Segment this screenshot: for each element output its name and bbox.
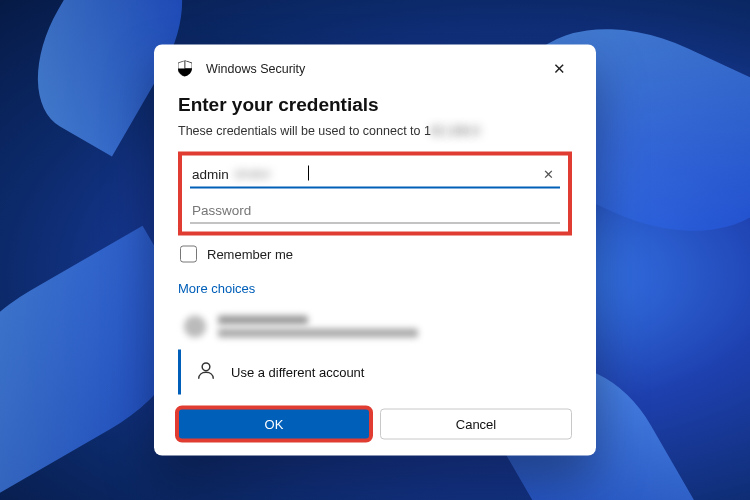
- ok-button[interactable]: OK: [178, 409, 370, 440]
- use-different-account-option[interactable]: Use a different account: [178, 350, 572, 395]
- text-caret: [308, 166, 309, 181]
- windows-security-dialog: Windows Security ✕ Enter your credential…: [154, 45, 596, 456]
- dialog-title: Windows Security: [206, 61, 305, 75]
- account-text-redacted: [218, 316, 418, 338]
- subtext: These credentials will be used to connec…: [178, 124, 572, 138]
- svg-point-0: [202, 363, 210, 371]
- remember-me-row[interactable]: Remember me: [180, 246, 572, 263]
- heading: Enter your credentials: [178, 94, 572, 116]
- titlebar: Windows Security ✕: [178, 59, 572, 78]
- subtext-visible: These credentials will be used to connec…: [178, 124, 431, 138]
- remember-label: Remember me: [207, 247, 293, 262]
- remember-checkbox[interactable]: [180, 246, 197, 263]
- username-redacted: strator: [234, 166, 271, 181]
- cancel-button[interactable]: Cancel: [380, 409, 572, 440]
- person-icon: [195, 360, 217, 385]
- saved-account-option[interactable]: [178, 310, 572, 350]
- password-input[interactable]: [190, 197, 560, 224]
- close-icon[interactable]: ✕: [547, 59, 572, 78]
- use-different-account-label: Use a different account: [231, 365, 364, 380]
- clear-username-icon[interactable]: ✕: [543, 167, 554, 182]
- subtext-redacted: 92.168.0: [431, 124, 480, 138]
- account-avatar-icon: [184, 316, 206, 338]
- more-choices-link[interactable]: More choices: [178, 281, 572, 296]
- shield-icon: [178, 60, 192, 76]
- credentials-group: strator ✕: [178, 152, 572, 236]
- button-row: OK Cancel: [178, 409, 572, 440]
